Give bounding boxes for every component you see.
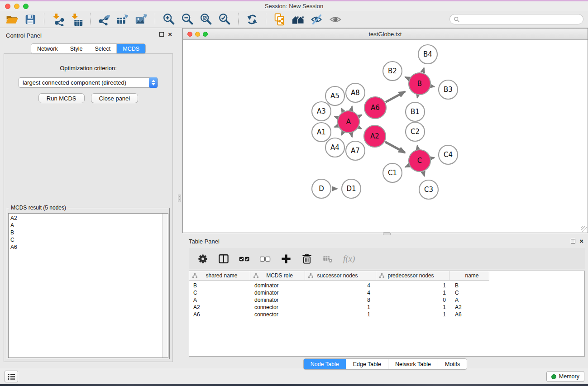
tab-style[interactable]: Style xyxy=(64,44,89,53)
table-cell[interactable]: 1 xyxy=(305,304,376,310)
graph-edge-B-B4[interactable] xyxy=(423,68,424,72)
table-cell[interactable]: 4 xyxy=(305,282,376,289)
deselect-all-button[interactable] xyxy=(258,252,272,266)
column-header-predecessor-nodes[interactable]: predecessor nodes xyxy=(376,271,449,280)
network-canvas[interactable]: B4B2BB3A5A8A6A3B1AA1C2A2A4A7C4CC1C3DD1 xyxy=(183,40,588,233)
window-resize-grip-icon[interactable] xyxy=(581,226,587,232)
table-cell[interactable]: connector xyxy=(250,304,305,310)
table-cell[interactable]: A2 xyxy=(449,304,489,310)
refresh-view-button[interactable] xyxy=(245,12,259,27)
column-header-mcds-role[interactable]: MCDS role xyxy=(250,271,305,280)
export-network-button[interactable] xyxy=(97,12,111,27)
table-cell[interactable]: dominator xyxy=(250,282,305,289)
graph-edge-C-C3[interactable] xyxy=(423,172,425,176)
search-input[interactable] xyxy=(449,14,583,24)
graph-edge-A-A5[interactable] xyxy=(341,108,343,111)
graph-edge-C-C2[interactable] xyxy=(417,146,418,149)
tab-edge-table[interactable]: Edge Table xyxy=(346,359,388,369)
graph-edge-B-B2[interactable] xyxy=(405,77,409,79)
table-cell[interactable]: A6 xyxy=(189,311,250,318)
table-row[interactable]: Bdominator41B xyxy=(189,282,584,289)
float-panel-icon[interactable] xyxy=(159,32,164,37)
result-scrollbar[interactable] xyxy=(162,214,168,357)
table-cell[interactable]: B xyxy=(189,282,250,289)
close-panel-icon[interactable]: × xyxy=(168,32,172,37)
import-network-button[interactable] xyxy=(51,12,65,27)
graph-edge-A6-B[interactable] xyxy=(386,92,405,102)
table-cell[interactable]: 1 xyxy=(376,290,449,296)
graph-edge-A-A1[interactable] xyxy=(335,126,338,127)
graph-edge-A-A3[interactable] xyxy=(335,116,338,118)
import-table-button[interactable] xyxy=(69,12,84,27)
zoom-in-button[interactable] xyxy=(162,12,176,27)
divider-grip-icon[interactable] xyxy=(178,195,181,202)
delete-row-button[interactable] xyxy=(300,252,314,266)
table-cell[interactable]: 1 xyxy=(376,282,449,289)
column-header-successor-nodes[interactable]: successor nodes xyxy=(305,271,376,280)
column-header-name[interactable]: name xyxy=(449,271,489,280)
graph-edge-A-A6[interactable] xyxy=(359,115,362,116)
graph-edge-A-A2[interactable] xyxy=(359,128,361,129)
add-row-button[interactable] xyxy=(279,252,293,266)
export-table-button[interactable] xyxy=(115,12,130,27)
show-columns-button[interactable] xyxy=(216,252,231,266)
table-cell[interactable]: 0 xyxy=(376,297,449,303)
tab-select[interactable]: Select xyxy=(89,44,117,53)
home-button[interactable] xyxy=(291,12,306,27)
mcds-result-item[interactable]: C xyxy=(9,236,168,243)
export-image-button[interactable] xyxy=(134,12,148,27)
table-cell[interactable]: dominator xyxy=(250,290,305,296)
table-cell[interactable]: 1 xyxy=(376,311,449,318)
function-builder-button[interactable]: f(x) xyxy=(341,254,355,264)
graph-edge-B-B3[interactable] xyxy=(431,86,435,86)
run-mcds-button[interactable]: Run MCDS xyxy=(38,93,85,103)
mcds-result-item[interactable]: A2 xyxy=(9,214,168,222)
clone-network-button[interactable] xyxy=(272,12,287,27)
mcds-result-item[interactable]: A6 xyxy=(9,243,168,251)
tab-network[interactable]: Network xyxy=(31,44,64,53)
open-session-button[interactable] xyxy=(5,12,19,27)
save-session-button[interactable] xyxy=(23,12,38,27)
graph-edge-A-A8[interactable] xyxy=(351,106,352,110)
table-settings-button[interactable] xyxy=(196,252,210,266)
graph-edge-A-A7[interactable] xyxy=(351,133,352,137)
close-panel-icon[interactable]: × xyxy=(579,239,583,243)
tab-motifs[interactable]: Motifs xyxy=(438,359,467,369)
table-row[interactable]: A2connector11A2 xyxy=(189,304,584,311)
table-cell[interactable]: B xyxy=(449,282,489,289)
table-cell[interactable]: C xyxy=(189,290,250,296)
task-history-button[interactable] xyxy=(5,371,18,382)
tab-mcds[interactable]: MCDS xyxy=(117,44,145,53)
table-cell[interactable]: A6 xyxy=(449,311,489,318)
tab-node-table[interactable]: Node Table xyxy=(304,359,346,369)
mcds-result-item[interactable]: B xyxy=(9,229,168,236)
table-cell[interactable]: dominator xyxy=(250,297,305,303)
mcds-result-item[interactable]: A xyxy=(9,222,168,229)
graph-edge-C-C1[interactable] xyxy=(405,166,409,167)
graph-edge-A2-C[interactable] xyxy=(385,142,405,153)
table-cell[interactable]: 1 xyxy=(376,304,449,310)
zoom-selected-button[interactable] xyxy=(217,12,232,27)
table-cell[interactable]: 1 xyxy=(305,311,376,318)
zoom-out-button[interactable] xyxy=(180,12,195,27)
table-cell[interactable]: connector xyxy=(250,311,305,318)
table-row[interactable]: Adominator80A xyxy=(189,296,584,304)
graph-edge-A-A4[interactable] xyxy=(341,132,343,135)
table-cell[interactable]: 8 xyxy=(305,297,376,303)
table-cell[interactable]: 4 xyxy=(305,290,376,296)
hide-graphics-details-button[interactable] xyxy=(310,12,324,27)
select-all-button[interactable] xyxy=(237,252,252,266)
float-panel-icon[interactable] xyxy=(571,239,575,243)
graph-edge-C-C4[interactable] xyxy=(431,157,435,158)
zoom-fit-button[interactable] xyxy=(199,12,213,27)
table-cell[interactable]: A xyxy=(449,297,489,303)
delete-table-button[interactable] xyxy=(320,252,335,266)
table-cell[interactable]: C xyxy=(449,290,489,296)
graph-edge-B-B1[interactable] xyxy=(417,95,418,98)
optimization-criterion-select[interactable]: largest connected component (directed) xyxy=(19,77,158,88)
column-header-shared-name[interactable]: shared name xyxy=(189,271,250,280)
show-graphics-details-button[interactable] xyxy=(328,12,343,27)
close-panel-button[interactable]: Close panel xyxy=(91,93,139,103)
table-row[interactable]: Cdominator41C xyxy=(189,289,584,296)
table-row[interactable]: A6connector11A6 xyxy=(189,311,584,318)
